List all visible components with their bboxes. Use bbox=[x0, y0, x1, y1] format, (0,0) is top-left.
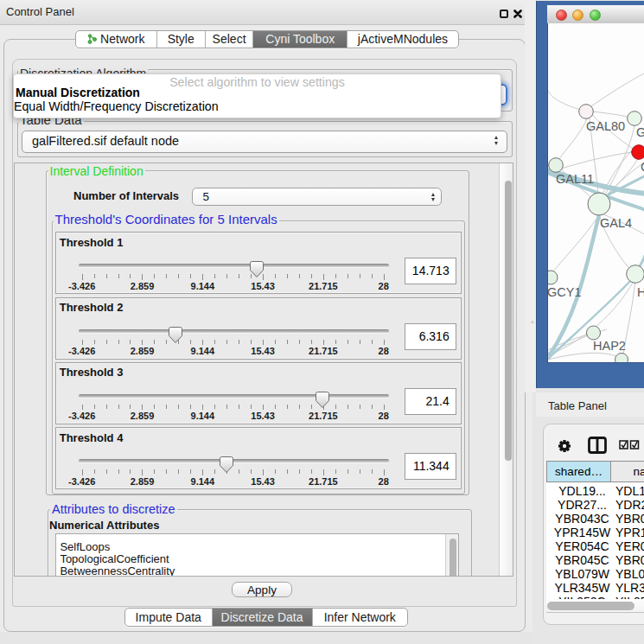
svg-text:GAL80: GAL80 bbox=[586, 119, 625, 133]
svg-text:H: H bbox=[637, 285, 644, 299]
svg-text:C: C bbox=[641, 160, 644, 174]
svg-text:GCY1: GCY1 bbox=[548, 285, 582, 299]
svg-text:GAL4: GAL4 bbox=[600, 216, 632, 230]
svg-text:HAP2: HAP2 bbox=[593, 339, 626, 353]
svg-text:GAL11: GAL11 bbox=[556, 172, 594, 186]
svg-text:G…: G… bbox=[636, 125, 644, 139]
